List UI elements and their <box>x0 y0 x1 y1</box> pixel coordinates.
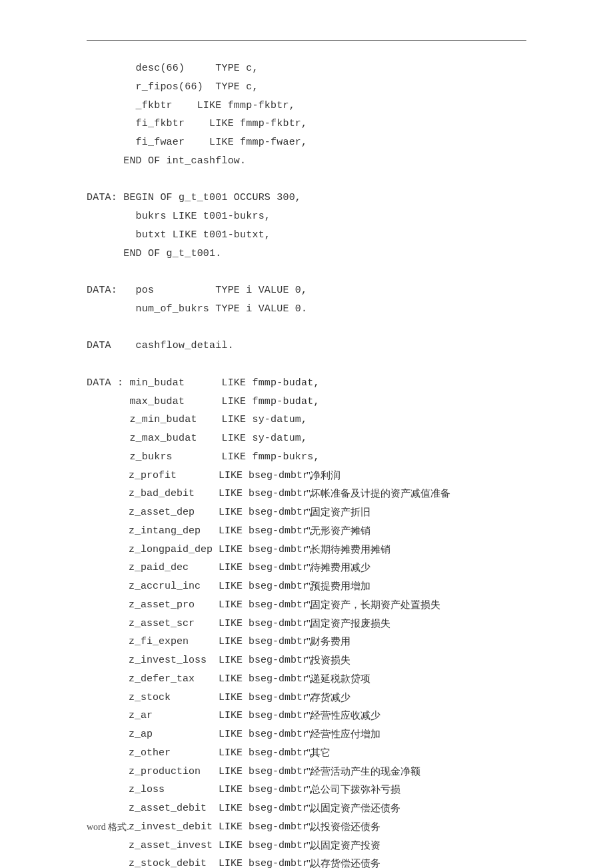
declaration-code: z_stock_debit LIKE bseg-dmbtr, <box>87 855 306 868</box>
declaration-comment: "其它 <box>306 744 330 763</box>
declaration-row: z_ar LIKE bseg-dmbtr,"经营性应收减少 <box>87 707 526 725</box>
declaration-comment: "递延税款贷项 <box>306 670 370 689</box>
declaration-row: z_asset_scr LIKE bseg-dmbtr,"固定资产报废损失 <box>87 615 526 633</box>
declaration-code: z_invest_loss LIKE bseg-dmbtr, <box>87 651 306 670</box>
footer-text: word 格式. <box>87 819 129 836</box>
declaration-code: z_asset_invest LIKE bseg-dmbtr, <box>87 837 306 855</box>
declaration-row: z_ap LIKE bseg-dmbtr,"经营性应付增加 <box>87 725 526 744</box>
declaration-comment: "以固定资产偿还债务 <box>306 799 400 818</box>
declaration-row: z_asset_dep LIKE bseg-dmbtr,"固定资产折旧 <box>87 503 526 522</box>
code-block-1: desc(66) TYPE c, r_fipos(66) TYPE c, _fk… <box>87 59 526 171</box>
top-divider <box>87 40 526 41</box>
declaration-code: z_other LIKE bseg-dmbtr, <box>87 744 306 763</box>
declaration-code: z_longpaid_dep LIKE bseg-dmbtr, <box>87 541 306 559</box>
code-block-5-head: DATA : min_budat LIKE fmmp-budat, max_bu… <box>87 374 526 467</box>
declaration-code: z_bad_debit LIKE bseg-dmbtr, <box>87 485 306 503</box>
declaration-row: z_longpaid_dep LIKE bseg-dmbtr,"长期待摊费用摊销 <box>87 541 526 559</box>
declaration-code: z_profit LIKE bseg-dmbtr, <box>87 467 306 485</box>
data-declarations-with-comments: z_profit LIKE bseg-dmbtr,"净利润 z_bad_debi… <box>87 467 526 869</box>
declaration-comment: "总公司下拨弥补亏损 <box>306 781 400 799</box>
declaration-code: z_ar LIKE bseg-dmbtr, <box>87 707 306 725</box>
declaration-code: z_defer_tax LIKE bseg-dmbtr, <box>87 670 306 689</box>
declaration-code: z_accrul_inc LIKE bseg-dmbtr, <box>87 577 306 596</box>
declaration-code: z_production LIKE bseg-dmbtr, <box>87 763 306 781</box>
code-block-2: DATA: BEGIN OF g_t_t001 OCCURS 300, bukr… <box>87 189 526 263</box>
code-block-3: DATA: pos TYPE i VALUE 0, num_of_bukrs T… <box>87 281 526 319</box>
declaration-row: z_asset_debit LIKE bseg-dmbtr,"以固定资产偿还债务 <box>87 799 526 818</box>
declaration-comment: "以固定资产投资 <box>306 837 380 855</box>
declaration-comment: "以投资偿还债务 <box>306 818 380 837</box>
declaration-row: z_asset_invest LIKE bseg-dmbtr,"以固定资产投资 <box>87 837 526 855</box>
declaration-comment: "净利润 <box>306 467 340 485</box>
declaration-comment: "投资损失 <box>306 651 350 670</box>
declaration-code: z_ap LIKE bseg-dmbtr, <box>87 725 306 744</box>
code-block-4: DATA cashflow_detail. <box>87 337 526 355</box>
declaration-row: z_invest_debit LIKE bseg-dmbtr,"以投资偿还债务 <box>87 818 526 837</box>
declaration-row: z_production LIKE bseg-dmbtr,"经营活动产生的现金净… <box>87 763 526 781</box>
declaration-row: z_asset_pro LIKE bseg-dmbtr,"固定资产，长期资产处置… <box>87 596 526 615</box>
declaration-code: z_asset_debit LIKE bseg-dmbtr, <box>87 799 306 818</box>
declaration-code: z_paid_dec LIKE bseg-dmbtr, <box>87 559 306 577</box>
declaration-row: z_bad_debit LIKE bseg-dmbtr,"坏帐准备及计提的资产减… <box>87 485 526 503</box>
declaration-comment: "预提费用增加 <box>306 577 370 596</box>
declaration-comment: "坏帐准备及计提的资产减值准备 <box>306 485 450 503</box>
declaration-code: z_asset_pro LIKE bseg-dmbtr, <box>87 596 306 615</box>
declaration-comment: "财务费用 <box>306 633 350 651</box>
declaration-code: z_loss LIKE bseg-dmbtr, <box>87 781 306 799</box>
declaration-comment: "无形资产摊销 <box>306 522 370 541</box>
declaration-comment: "长期待摊费用摊销 <box>306 541 390 559</box>
declaration-code: z_asset_dep LIKE bseg-dmbtr, <box>87 503 306 522</box>
declaration-code: z_intang_dep LIKE bseg-dmbtr, <box>87 522 306 541</box>
declaration-comment: "经营性应收减少 <box>306 707 380 725</box>
declaration-comment: "固定资产报废损失 <box>306 615 390 633</box>
declaration-code: z_asset_scr LIKE bseg-dmbtr, <box>87 615 306 633</box>
declaration-row: z_stock_debit LIKE bseg-dmbtr,"以存货偿还债务 <box>87 855 526 868</box>
declaration-row: z_profit LIKE bseg-dmbtr,"净利润 <box>87 467 526 485</box>
declaration-row: z_stock LIKE bseg-dmbtr,"存货减少 <box>87 689 526 707</box>
declaration-comment: "经营性应付增加 <box>306 725 380 744</box>
declaration-comment: "固定资产折旧 <box>306 503 370 522</box>
declaration-row: z_paid_dec LIKE bseg-dmbtr,"待摊费用减少 <box>87 559 526 577</box>
declaration-row: z_invest_loss LIKE bseg-dmbtr,"投资损失 <box>87 651 526 670</box>
declaration-comment: "固定资产，长期资产处置损失 <box>306 596 440 615</box>
declaration-row: z_other LIKE bseg-dmbtr,"其它 <box>87 744 526 763</box>
declaration-row: z_defer_tax LIKE bseg-dmbtr,"递延税款贷项 <box>87 670 526 689</box>
declaration-comment: "存货减少 <box>306 689 350 707</box>
declaration-code: z_fi_expen LIKE bseg-dmbtr, <box>87 633 306 651</box>
declaration-row: z_fi_expen LIKE bseg-dmbtr,"财务费用 <box>87 633 526 651</box>
declaration-row: z_loss LIKE bseg-dmbtr,"总公司下拨弥补亏损 <box>87 781 526 799</box>
declaration-row: z_intang_dep LIKE bseg-dmbtr,"无形资产摊销 <box>87 522 526 541</box>
declaration-comment: "待摊费用减少 <box>306 559 370 577</box>
declaration-code: z_stock LIKE bseg-dmbtr, <box>87 689 306 707</box>
declaration-comment: "经营活动产生的现金净额 <box>306 763 420 781</box>
declaration-comment: "以存货偿还债务 <box>306 855 380 868</box>
declaration-row: z_accrul_inc LIKE bseg-dmbtr,"预提费用增加 <box>87 577 526 596</box>
